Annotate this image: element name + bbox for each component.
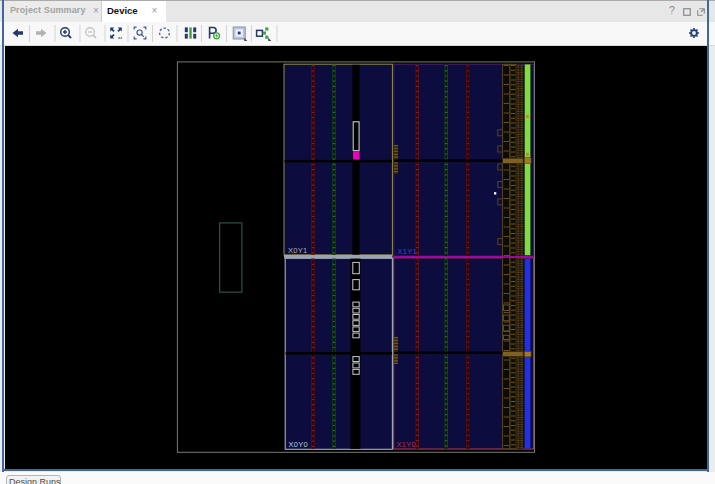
- svg-text:X0Y1: X0Y1: [288, 246, 307, 255]
- svg-text:X1Y1: X1Y1: [398, 247, 417, 256]
- svg-text:X1Y0: X1Y0: [397, 440, 416, 449]
- svg-text:X0Y0: X0Y0: [289, 440, 308, 449]
